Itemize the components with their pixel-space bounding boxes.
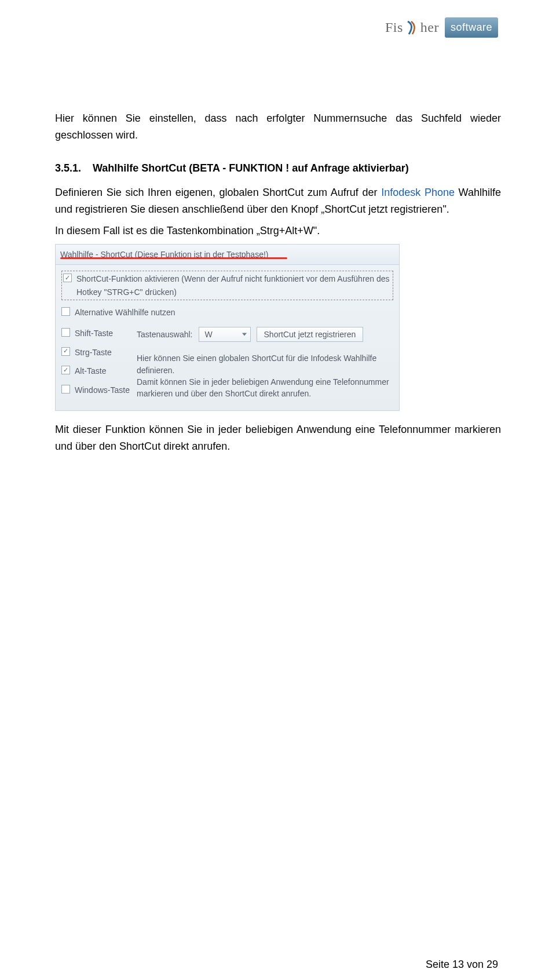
section-title: Wahlhilfe ShortCut (BETA - FUNKTION ! au… [93, 162, 409, 174]
screenshot-description: Hier können Sie einen globalen ShortCut … [137, 352, 393, 399]
infodesk-phone-link[interactable]: Infodesk Phone [381, 187, 455, 198]
focused-option-box: ShortCut-Funktion aktivieren (Wenn der A… [61, 271, 393, 300]
logo-part1: Fis [385, 16, 403, 38]
modifier-keys-column: Shift-Taste Strg-Taste Alt-Taste Windows… [61, 327, 137, 402]
key-picker-label: Tastenauswahl: [137, 328, 193, 341]
example-paragraph: In diesem Fall ist es die Tastenkombinat… [55, 223, 501, 239]
settings-screenshot: Wahlhilfe - ShortCut (Diese Funktion ist… [55, 244, 400, 411]
windows-key-label: Windows-Taste [75, 384, 130, 396]
section-number: 3.5.1. [55, 160, 90, 177]
key-dropdown[interactable]: W [199, 327, 251, 342]
screenshot-title-bar: Wahlhilfe - ShortCut (Diese Funktion ist… [56, 245, 399, 265]
ctrl-key-label: Strg-Taste [75, 346, 112, 359]
alternative-dial-checkbox[interactable] [61, 307, 70, 316]
logo-part2: her [420, 16, 439, 38]
activate-shortcut-checkbox[interactable] [63, 274, 72, 282]
shift-key-label: Shift-Taste [75, 327, 113, 340]
red-underline-annotation [60, 257, 287, 259]
header-logo: Fis her software [385, 16, 498, 38]
page-footer: Seite 13 von 29 [426, 956, 498, 973]
description-paragraph: Definieren Sie sich Ihren eigenen, globa… [55, 184, 501, 218]
key-selection-column: Tastenauswahl: W ShortCut jetzt registri… [137, 327, 393, 402]
register-shortcut-button[interactable]: ShortCut jetzt registrieren [257, 327, 364, 342]
logo-swoosh-icon [404, 20, 419, 35]
shift-key-checkbox[interactable] [61, 328, 70, 337]
register-shortcut-label: ShortCut jetzt registrieren [264, 328, 356, 341]
logo-text: Fis her [385, 16, 439, 38]
key-dropdown-value: W [205, 328, 213, 341]
activate-shortcut-label: ShortCut-Funktion aktivieren (Wenn der A… [76, 272, 392, 298]
windows-key-checkbox[interactable] [61, 385, 70, 394]
ctrl-key-checkbox[interactable] [61, 347, 70, 356]
section-heading: 3.5.1. Wahlhilfe ShortCut (BETA - FUNKTI… [55, 160, 501, 177]
desc-text-a: Definieren Sie sich Ihren eigenen, globa… [55, 187, 381, 198]
intro-paragraph: Hier können Sie einstellen, dass nach er… [55, 110, 501, 144]
closing-paragraph: Mit dieser Funktion können Sie in jeder … [55, 421, 501, 455]
alt-key-checkbox[interactable] [61, 366, 70, 374]
alt-key-label: Alt-Taste [75, 365, 106, 377]
logo-software-badge: software [445, 17, 498, 38]
screenshot-body: ShortCut-Funktion aktivieren (Wenn der A… [56, 265, 399, 410]
alternative-dial-label: Alternative Wählhilfe nutzen [75, 306, 175, 319]
page-content: Hier können Sie einstellen, dass nach er… [55, 110, 501, 460]
